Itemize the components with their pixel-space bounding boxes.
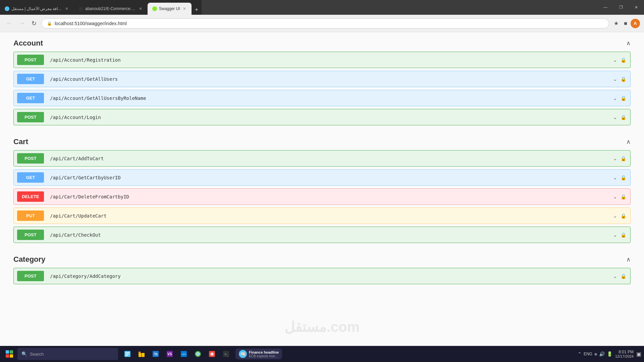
endpoint-row-cart-0[interactable]: POST /api/Cart/AddToCart ⌄ 🔒 [13,150,631,167]
tab-favicon [152,6,157,11]
endpoint-actions-cart-4: ⌄ 🔒 [609,232,630,238]
endpoint-chevron-icon[interactable]: ⌄ [613,57,617,63]
endpoint-row-account-1[interactable]: GET /api/Account/GetAllUsers ⌄ 🔒 [13,71,631,87]
endpoint-chevron-icon[interactable]: ⌄ [613,96,617,101]
svg-text:VS: VS [167,352,172,356]
section-toggle-account[interactable]: ∧ [626,40,631,47]
endpoint-chevron-icon[interactable]: ⌄ [613,156,617,161]
extension-button[interactable]: ■ [622,19,629,28]
endpoint-actions-account-1: ⌄ 🔒 [609,76,630,82]
browser-tab-tab3[interactable]: Swagger UI ✕ [148,3,192,15]
reload-button[interactable]: ↻ [30,18,39,28]
taskbar-app-explorer[interactable] [135,347,148,361]
browser-tab-tab2[interactable]: abanoub21/E-Commerce: e-co ✕ [74,3,148,15]
method-badge-cart-4: POST [17,230,44,240]
bookmark-button[interactable]: ★ [612,19,621,28]
endpoint-actions-account-0: ⌄ 🔒 [609,57,630,63]
taskbar-app-vs[interactable]: VS [163,347,176,361]
navigation-bar: ← → ↻ 🔒 localhost:5100/swagger/index.htm… [0,15,644,32]
tray-chevron-icon[interactable]: ⌃ [578,351,582,357]
endpoint-row-account-0[interactable]: POST /api/Account/Registration ⌄ 🔒 [13,52,631,68]
tray-icons: ⌃ ENG ⎈ 🔊 🔋 [578,351,612,357]
tab-close-button[interactable]: ✕ [64,6,69,11]
endpoint-row-cart-3[interactable]: PUT /api/Cart/UpdateCart ⌄ 🔒 [13,207,631,224]
taskbar-app-files[interactable] [121,347,134,361]
endpoint-lock-icon: 🔒 [621,115,626,120]
endpoint-path-account-2: /api/Account/GetAllUsersByRoleName [47,92,609,104]
maximize-button[interactable]: ❐ [613,2,629,13]
swagger-section-account: Account ∧ POST /api/Account/Registration… [13,32,631,131]
notification-icon[interactable]: ▣ [636,351,641,357]
svg-text:>_: >_ [224,352,229,356]
tab-favicon [78,6,83,11]
endpoint-lock-icon: 🔒 [621,213,626,219]
endpoint-actions-cart-0: ⌄ 🔒 [609,156,630,161]
endpoint-chevron-icon[interactable]: ⌄ [613,194,617,199]
endpoint-chevron-icon[interactable]: ⌄ [613,115,617,120]
taskbar-apps: 🛍 VS </> ◉ >_ [121,347,233,361]
endpoint-lock-icon: 🔒 [621,156,626,161]
endpoint-path-account-1: /api/Account/GetAllUsers [47,73,609,85]
tab-favicon [5,6,9,11]
endpoint-lock-icon: 🔒 [621,232,626,238]
address-text: localhost:5100/swagger/index.html [55,21,603,26]
endpoint-chevron-icon[interactable]: ⌄ [613,76,617,82]
endpoint-row-account-2[interactable]: GET /api/Account/GetAllUsersByRoleName ⌄… [13,90,631,106]
taskbar-app-vscode[interactable]: </> [177,347,191,361]
wifi-icon: ⎈ [594,351,597,357]
profile-button[interactable]: A [631,19,640,28]
endpoint-chevron-icon[interactable]: ⌄ [613,274,617,279]
time-display[interactable]: 8:01 PM 12/17/2024 [615,350,634,358]
svg-rect-1 [125,352,129,353]
endpoint-row-account-3[interactable]: POST /api/Account/Login ⌄ 🔒 [13,109,631,125]
tab-close-button[interactable]: ✕ [138,6,143,11]
taskbar-search[interactable]: 🔍 Search [17,348,118,360]
tab-close-button[interactable]: ✕ [182,6,187,11]
section-toggle-cart[interactable]: ∧ [626,138,631,145]
endpoint-path-category-0: /api/Category/AddCategory [47,270,609,282]
browser-window: إضافة معرض الأعمال | مستقل ✕ abanoub21/E… [0,0,644,346]
taskbar-app-store[interactable]: 🛍 [149,347,162,361]
endpoint-lock-icon: 🔒 [621,175,626,180]
news-title: Finance headline [249,350,279,354]
address-bar[interactable]: 🔒 localhost:5100/swagger/index.html [41,18,609,28]
endpoint-chevron-icon[interactable]: ⌄ [613,213,617,219]
lang-indicator: ENG [584,352,592,356]
svg-rect-3 [125,355,128,356]
forward-button[interactable]: → [17,18,27,28]
endpoint-path-cart-0: /api/Cart/AddToCart [47,153,609,165]
taskbar-app-antivirus[interactable]: ◉ [205,347,219,361]
endpoint-chevron-icon[interactable]: ⌄ [613,175,617,180]
endpoint-lock-icon: 🔒 [621,96,626,101]
back-button[interactable]: ← [4,18,14,28]
section-header-cart: Cart ∧ [13,131,631,150]
endpoint-row-cart-4[interactable]: POST /api/Cart/CheckOut ⌄ 🔒 [13,227,631,243]
news-subtitle: ECB expects mor... [249,354,279,358]
section-header-account: Account ∧ [13,32,631,52]
news-icon: 📰 [239,350,247,358]
section-toggle-category[interactable]: ∧ [626,256,631,263]
svg-text:🛍: 🛍 [154,352,158,356]
endpoint-path-account-0: /api/Account/Registration [47,54,609,66]
endpoint-row-category-0[interactable]: POST /api/Category/AddCategory ⌄ 🔒 [13,268,631,284]
endpoint-row-cart-2[interactable]: DELETE /api/Cart/DeleteFromCartbyID ⌄ 🔒 [13,188,631,205]
battery-icon: 🔋 [607,351,612,357]
endpoint-row-cart-1[interactable]: GET /api/Cart/GetCartbyUserID ⌄ 🔒 [13,169,631,186]
add-tab-button[interactable]: + [192,5,202,15]
taskbar-news[interactable]: 📰 Finance headline ECB expects mor... [235,349,282,359]
taskbar-app-chrome[interactable] [191,347,205,361]
close-button[interactable]: ✕ [629,2,644,13]
start-button[interactable] [3,347,16,361]
current-date: 12/17/2024 [615,354,634,358]
endpoint-actions-account-3: ⌄ 🔒 [609,115,630,120]
swagger-content: Account ∧ POST /api/Account/Registration… [0,32,644,346]
taskbar-app-terminal[interactable]: >_ [219,347,233,361]
endpoint-chevron-icon[interactable]: ⌄ [613,232,617,238]
method-badge-account-3: POST [17,112,44,122]
endpoint-path-cart-4: /api/Cart/CheckOut [47,229,609,241]
browser-tab-tab1[interactable]: إضافة معرض الأعمال | مستقل ✕ [0,3,74,15]
swagger-section-category: Category ∧ POST /api/Category/AddCategor… [13,248,631,290]
minimize-button[interactable]: — [598,2,613,13]
method-badge-account-0: POST [17,55,44,65]
endpoint-actions-account-2: ⌄ 🔒 [609,96,630,101]
